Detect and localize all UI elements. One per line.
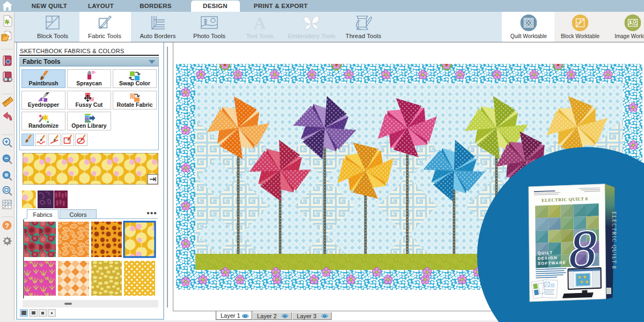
svg-text:QUILT: QUILT (538, 250, 553, 255)
svg-text:A: A (253, 14, 266, 32)
svg-text:DESIGN: DESIGN (538, 255, 558, 261)
svg-text:?: ? (5, 222, 9, 230)
svg-text:ELECTRIC QUILT 8: ELECTRIC QUILT 8 (611, 211, 617, 269)
